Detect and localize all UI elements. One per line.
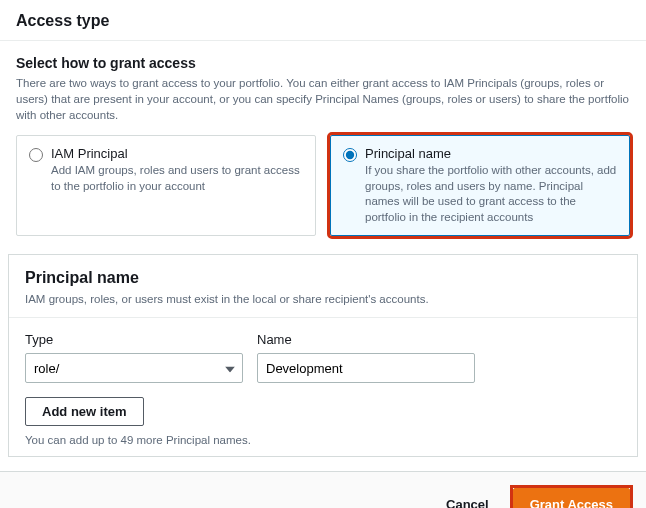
- panel-subtext: IAM groups, roles, or users must exist i…: [25, 291, 621, 307]
- access-type-section: Select how to grant access There are two…: [0, 41, 646, 254]
- header: Access type: [0, 0, 646, 41]
- cancel-button[interactable]: Cancel: [432, 489, 503, 508]
- section-heading: Select how to grant access: [16, 55, 630, 71]
- radio-principal-name[interactable]: Principal name If you share the portfoli…: [330, 135, 630, 236]
- grant-access-highlight: Grant Access: [513, 488, 630, 508]
- radio-input-iam[interactable]: [29, 148, 43, 162]
- access-options: IAM Principal Add IAM groups, roles and …: [16, 135, 630, 236]
- name-label: Name: [257, 332, 475, 347]
- radio-title: Principal name: [365, 146, 617, 161]
- footnote: You can add up to 49 more Principal name…: [25, 434, 621, 446]
- panel-title: Principal name: [25, 269, 621, 287]
- panel-head: Principal name IAM groups, roles, or use…: [9, 255, 637, 318]
- panel-body: Type role/ Name Add new item You can add…: [9, 318, 637, 456]
- type-select[interactable]: role/: [25, 353, 243, 383]
- footer: Cancel Grant Access: [0, 471, 646, 508]
- type-label: Type: [25, 332, 243, 347]
- name-input[interactable]: [257, 353, 475, 383]
- principal-name-panel: Principal name IAM groups, roles, or use…: [8, 254, 638, 457]
- radio-iam-principal[interactable]: IAM Principal Add IAM groups, roles and …: [16, 135, 316, 236]
- name-field: Name: [257, 332, 475, 383]
- type-field: Type role/: [25, 332, 243, 383]
- radio-input-principal-name[interactable]: [343, 148, 357, 162]
- page-title: Access type: [16, 12, 630, 30]
- radio-desc: If you share the portfolio with other ac…: [365, 163, 617, 225]
- section-description: There are two ways to grant access to yo…: [16, 75, 630, 123]
- grant-access-button[interactable]: Grant Access: [513, 488, 630, 508]
- radio-title: IAM Principal: [51, 146, 303, 161]
- add-new-item-button[interactable]: Add new item: [25, 397, 144, 426]
- radio-desc: Add IAM groups, roles and users to grant…: [51, 163, 303, 194]
